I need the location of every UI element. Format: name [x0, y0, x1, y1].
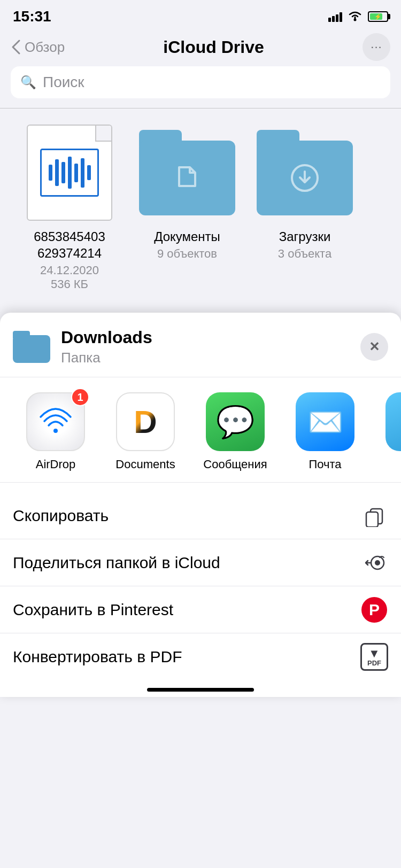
- messages-label: Сообщения: [203, 458, 267, 471]
- airdrop-label: AirDrop: [36, 458, 76, 471]
- file-grid: 6853845403 629374214 24.12.2020 536 КБ Д…: [0, 108, 401, 313]
- file-date: 24.12.2020: [40, 264, 99, 277]
- apps-row: 1 AirDrop D Documents 💬 Сообщения: [0, 377, 401, 483]
- folder-documents-meta: 9 объектов: [157, 247, 217, 261]
- action-copy[interactable]: Скопировать: [0, 492, 401, 539]
- share-file-folder-icon: [13, 331, 50, 363]
- audio-file-icon: [27, 125, 112, 221]
- folder-downloads-name: Загрузки: [279, 228, 331, 245]
- file-item-audio[interactable]: 6853845403 629374214 24.12.2020 536 КБ: [11, 125, 128, 291]
- search-placeholder: Поиск: [43, 74, 84, 91]
- action-pinterest[interactable]: Сохранить в Pinterest P: [0, 586, 401, 633]
- share-info: Downloads Папка: [61, 328, 360, 366]
- share-header: Downloads Папка ✕: [0, 313, 401, 377]
- action-share-icloud[interactable]: Поделиться папкой в iCloud: [0, 539, 401, 586]
- battery-icon: ⚡: [368, 11, 388, 22]
- svg-point-2: [53, 429, 58, 433]
- app-item-documents[interactable]: D Documents: [101, 392, 190, 471]
- share-folder-icon: [360, 549, 388, 577]
- action-pdf-label: Конвертировать в PDF: [13, 648, 182, 666]
- share-close-button[interactable]: ✕: [360, 333, 388, 361]
- status-icons: ⚡: [328, 10, 388, 24]
- airdrop-badge: 1: [71, 388, 89, 406]
- mail-label: Почта: [309, 458, 341, 471]
- documents-label: Documents: [115, 458, 175, 471]
- more-icon: ···: [371, 40, 382, 54]
- mail-icon: ✉️: [296, 392, 354, 451]
- app-item-mail[interactable]: ✉️ Почта: [280, 392, 370, 471]
- folder-downloads-icon-container: [257, 125, 353, 221]
- documents-icon: D: [116, 392, 175, 451]
- action-pinterest-label: Сохранить в Pinterest: [13, 601, 173, 619]
- file-name: 6853845403 629374214: [34, 228, 105, 261]
- page-title: iCloud Drive: [163, 37, 264, 57]
- action-share-icloud-label: Поделиться папкой в iCloud: [13, 554, 220, 572]
- status-time: 15:31: [13, 8, 51, 25]
- more-button[interactable]: ···: [363, 33, 390, 61]
- file-item-documents[interactable]: Документы 9 объектов: [128, 125, 246, 291]
- copy-icon: [360, 502, 388, 530]
- file-size: 536 КБ: [51, 277, 88, 291]
- action-copy-label: Скопировать: [13, 507, 109, 525]
- search-bar[interactable]: 🔍 Поиск: [11, 66, 390, 98]
- share-title: Downloads: [61, 328, 360, 347]
- folder-documents-icon-container: [139, 125, 235, 221]
- signal-icon: [328, 11, 342, 22]
- audio-file-icon-container: [21, 125, 118, 221]
- pinterest-icon: P: [360, 596, 388, 624]
- folder-documents-name: Документы: [154, 228, 220, 245]
- messages-icon: 💬: [206, 392, 265, 451]
- status-bar: 15:31 ⚡: [0, 0, 401, 29]
- svg-point-6: [375, 560, 380, 565]
- home-indicator: [0, 680, 401, 697]
- svg-point-0: [354, 19, 357, 21]
- telegram-icon: [385, 392, 401, 451]
- app-item-telegram[interactable]: Te...: [370, 392, 401, 471]
- action-pdf[interactable]: Конвертировать в PDF ▼ PDF: [0, 633, 401, 680]
- app-item-airdrop[interactable]: 1 AirDrop: [11, 392, 101, 471]
- app-item-messages[interactable]: 💬 Сообщения: [190, 392, 280, 471]
- svg-rect-4: [366, 512, 378, 527]
- nav-bar: Обзор iCloud Drive ···: [0, 29, 401, 66]
- waveform-box: [40, 149, 99, 197]
- file-item-downloads[interactable]: Загрузки 3 объекта: [246, 125, 364, 291]
- action-list: Скопировать Поделиться папкой в iCloud: [0, 492, 401, 680]
- share-sheet: Downloads Папка ✕ 1: [0, 313, 401, 697]
- close-icon: ✕: [369, 339, 380, 354]
- search-icon: 🔍: [20, 75, 36, 90]
- folder-downloads-icon: [257, 130, 353, 215]
- pdf-icon: ▼ PDF: [360, 643, 388, 671]
- back-button[interactable]: Обзор: [11, 38, 65, 56]
- folder-downloads-meta: 3 объекта: [278, 247, 331, 261]
- home-bar: [147, 688, 254, 692]
- wifi-icon: [348, 10, 363, 24]
- folder-icon: [139, 130, 235, 215]
- back-label: Обзор: [25, 39, 65, 56]
- share-subtitle: Папка: [61, 350, 360, 366]
